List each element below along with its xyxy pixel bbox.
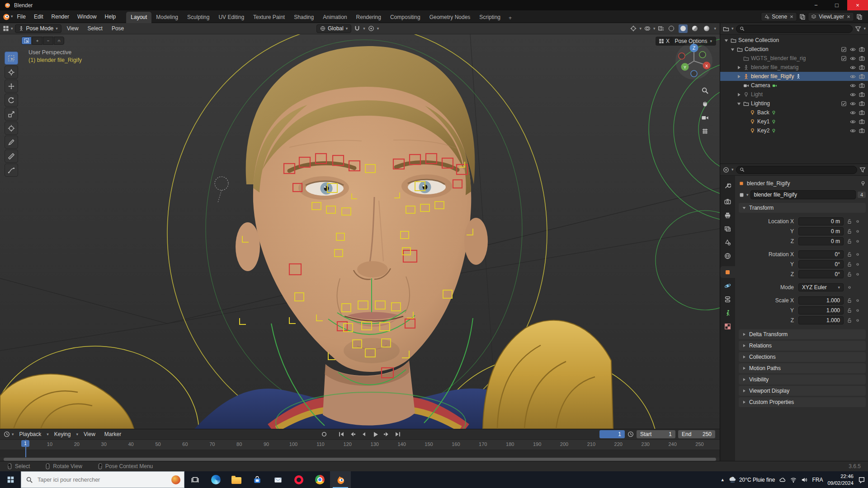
- outliner-row-key2[interactable]: Key2: [720, 126, 868, 135]
- hide-eye-icon[interactable]: [850, 101, 856, 107]
- outliner-editor-icon[interactable]: [723, 26, 729, 32]
- timeline-menu-view[interactable]: View: [80, 430, 99, 438]
- properties-editor-icon[interactable]: [723, 167, 729, 173]
- pan-hand-icon[interactable]: [701, 100, 709, 108]
- animate-dot-icon[interactable]: [855, 318, 860, 323]
- taskbar-app-explorer[interactable]: [226, 471, 247, 488]
- timeline-channels[interactable]: [0, 450, 720, 457]
- onedrive-cloud-icon[interactable]: [779, 477, 786, 483]
- exclude-checkbox-icon[interactable]: [841, 56, 847, 61]
- scale-x-field[interactable]: 1.000: [798, 296, 844, 305]
- id-browse-chevron-icon[interactable]: ▾: [746, 193, 749, 197]
- timeline-menu-marker[interactable]: Marker: [101, 430, 125, 438]
- tool-select-box[interactable]: [5, 52, 18, 65]
- hide-eye-icon[interactable]: [850, 119, 856, 125]
- blender-menu-icon[interactable]: [3, 13, 10, 20]
- tool-breakdowner[interactable]: [5, 164, 18, 177]
- menu-render[interactable]: Render: [47, 12, 73, 21]
- hide-eye-icon[interactable]: [850, 83, 856, 89]
- play-button[interactable]: [370, 430, 380, 438]
- section-relations[interactable]: Relations: [739, 341, 866, 351]
- properties-search[interactable]: [736, 166, 857, 174]
- properties-tab-object[interactable]: [720, 266, 735, 278]
- disable-render-icon[interactable]: [859, 119, 865, 125]
- outliner-row-rigify[interactable]: blender file_Rigify: [720, 72, 868, 81]
- properties-tab-data[interactable]: [720, 307, 735, 319]
- viewport-menu-select[interactable]: Select: [84, 24, 106, 33]
- outliner-row-wgts-rig[interactable]: WGTS_blender file_rig: [720, 54, 868, 63]
- animate-dot-icon[interactable]: [855, 262, 860, 267]
- workspace-tab-uv-editing[interactable]: UV Editing: [214, 12, 249, 23]
- rotation-z-field[interactable]: 0°: [798, 270, 844, 278]
- next-keyframe-button[interactable]: [382, 430, 392, 438]
- taskbar-search[interactable]: [21, 471, 184, 488]
- menu-file[interactable]: File: [13, 12, 30, 21]
- viewport-menu-view[interactable]: View: [63, 24, 82, 33]
- outliner-row-back[interactable]: Back: [720, 108, 868, 117]
- shading-material-button[interactable]: [690, 24, 699, 33]
- animate-dot-icon[interactable]: [855, 219, 860, 224]
- menu-edit[interactable]: Edit: [30, 12, 47, 21]
- transform-panel-header[interactable]: Transform: [739, 203, 866, 213]
- workspace-tab-animation[interactable]: Animation: [318, 12, 351, 23]
- show-overlays-icon[interactable]: [644, 25, 651, 32]
- jump-to-end-button[interactable]: [393, 430, 403, 438]
- section-collections[interactable]: Collections: [739, 352, 866, 362]
- users-count-badge[interactable]: 4: [858, 192, 866, 198]
- play-reverse-button[interactable]: [359, 430, 369, 438]
- unlink-scene-icon[interactable]: [789, 14, 794, 19]
- taskbar-search-input[interactable]: [21, 477, 184, 483]
- tool-transform[interactable]: [5, 122, 18, 135]
- tool-measure[interactable]: [5, 150, 18, 163]
- disable-render-icon[interactable]: [859, 92, 865, 98]
- scene-selector[interactable]: Scene: [761, 12, 797, 21]
- timeline-menu-playback[interactable]: Playback: [16, 430, 45, 438]
- location-y-field[interactable]: 0 m: [798, 227, 844, 235]
- lock-icon[interactable]: [847, 318, 852, 323]
- disable-render-icon[interactable]: [859, 47, 865, 52]
- animate-dot-icon[interactable]: [855, 272, 860, 277]
- new-scene-icon[interactable]: [799, 14, 806, 20]
- properties-tab-output[interactable]: [720, 209, 735, 221]
- expand-icon[interactable]: [736, 65, 741, 70]
- select-mode-extend-button[interactable]: ＋: [32, 37, 42, 45]
- outliner-search-input[interactable]: [747, 26, 849, 32]
- workspace-tab-texture-paint[interactable]: Texture Paint: [249, 12, 289, 23]
- view-layer-selector[interactable]: ViewLayer: [808, 12, 854, 21]
- jump-to-start-button[interactable]: [336, 430, 346, 438]
- filter-icon[interactable]: [855, 26, 861, 32]
- timeline-menu-keying[interactable]: Keying: [51, 430, 75, 438]
- location-z-field[interactable]: 0 m: [798, 237, 844, 245]
- shading-solid-button[interactable]: [679, 24, 688, 33]
- section-motion-paths[interactable]: Motion Paths: [739, 363, 866, 373]
- section-viewport-display[interactable]: Viewport Display: [739, 386, 866, 396]
- tool-scale[interactable]: [5, 108, 18, 121]
- taskbar-app-opera[interactable]: [288, 471, 309, 488]
- hide-eye-icon[interactable]: [850, 56, 856, 61]
- hide-eye-icon[interactable]: [850, 47, 856, 52]
- navigation-gizmo[interactable]: Z X Y: [675, 42, 713, 80]
- menu-window[interactable]: Window: [73, 12, 101, 21]
- location-x-field[interactable]: 0 m: [798, 217, 844, 225]
- disable-render-icon[interactable]: [859, 128, 865, 134]
- taskbar-app-chrome[interactable]: [309, 471, 330, 488]
- disable-render-icon[interactable]: [859, 74, 865, 80]
- timeline-editor-icon[interactable]: [4, 431, 10, 437]
- animate-dot-icon[interactable]: [855, 252, 860, 257]
- scale-z-field[interactable]: 1.000: [798, 316, 844, 324]
- disable-render-icon[interactable]: [859, 83, 865, 89]
- weather-widget[interactable]: 20°C Pluie fine: [728, 476, 775, 484]
- tool-rotate[interactable]: [5, 94, 18, 107]
- lock-icon[interactable]: [847, 252, 852, 257]
- lock-icon[interactable]: [847, 239, 852, 244]
- animate-dot-icon[interactable]: [855, 298, 860, 303]
- shading-rendered-button[interactable]: [702, 24, 711, 33]
- search-highlight-icon[interactable]: [171, 475, 180, 484]
- task-view-button[interactable]: [184, 471, 205, 488]
- rotation-mode-dropdown[interactable]: XYZ Euler▾: [798, 283, 844, 291]
- start-frame-field[interactable]: Start1: [637, 430, 675, 438]
- select-mode-new-button[interactable]: [21, 37, 32, 45]
- snap-magnet-icon[interactable]: [354, 25, 360, 32]
- exclude-checkbox-icon[interactable]: [841, 47, 847, 52]
- taskbar-app-mail[interactable]: [268, 471, 288, 488]
